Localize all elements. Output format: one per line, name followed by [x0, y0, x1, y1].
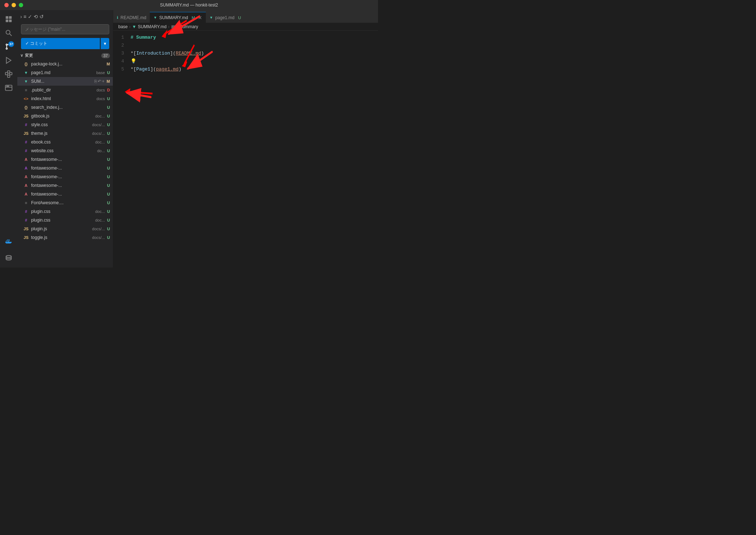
file-status: U — [107, 97, 110, 101]
file-list-item[interactable]: #website.cssdo...U — [17, 146, 113, 155]
svg-point-17 — [8, 86, 9, 87]
file-status: U — [107, 123, 110, 127]
file-list-item[interactable]: ▼SUM...⎘↶+M — [17, 77, 113, 86]
svg-rect-2 — [6, 20, 8, 22]
file-path: do... — [97, 149, 105, 153]
file-path: doc... — [95, 114, 105, 118]
changes-section[interactable]: ∨ 変更 37 — [17, 51, 113, 60]
file-list-item[interactable]: JStoggle.jsdocs/...U — [17, 233, 113, 242]
file-path: doc... — [95, 218, 105, 222]
commit-dropdown-button[interactable]: ▾ — [101, 38, 109, 49]
file-list-item[interactable]: <>index.htmldocsU — [17, 94, 113, 103]
code-line-1: # Summary — [129, 34, 378, 42]
refresh-icon[interactable]: ↺ — [39, 14, 44, 20]
code-area[interactable]: # Summary * [ Introduction ]( README.md … — [129, 34, 378, 265]
file-type-icon: JS — [23, 235, 29, 240]
commit-button-row: ✓ コミット ▾ — [21, 38, 109, 49]
file-list: {}package-lock.j...M▼page1.mdbaseU▼SUM..… — [17, 60, 113, 268]
activity-remote[interactable] — [3, 82, 15, 94]
file-status: U — [107, 149, 110, 153]
file-list-item[interactable]: JStheme.jsdocs/...U — [17, 129, 113, 138]
file-list-item[interactable]: Afontawesome-...U — [17, 155, 113, 164]
activity-docker[interactable] — [3, 236, 15, 248]
list-icon[interactable]: ≡ — [24, 14, 26, 20]
svg-line-5 — [10, 34, 12, 36]
page1-tab-label: page1.md — [215, 15, 234, 20]
chevron-down-icon: ∨ — [20, 53, 24, 58]
source-control-badge: 37 — [8, 41, 14, 47]
activity-source-control[interactable]: 37 — [3, 40, 15, 53]
file-type-icon: {} — [23, 105, 29, 110]
file-list-item[interactable]: Afontawesome-...U — [17, 164, 113, 172]
file-name: plugin.css — [31, 209, 92, 214]
activity-extensions[interactable] — [3, 68, 15, 80]
file-name: package-lock.j... — [31, 61, 105, 67]
file-path: doc... — [95, 140, 105, 144]
file-type-icon: # — [23, 140, 29, 144]
tab-summary[interactable]: ▼ SUMMARY.md M ✕ — [150, 12, 206, 23]
file-list-item[interactable]: #style.cssdocs/...U — [17, 120, 113, 129]
breadcrumb-file[interactable]: ▼SUMMARY.md — [132, 24, 166, 29]
file-name: style.css — [31, 122, 89, 127]
file-list-item[interactable]: Afontawesome-...U — [17, 190, 113, 198]
file-status: U — [107, 114, 110, 118]
commit-message-input[interactable] — [21, 24, 109, 34]
file-list-item[interactable]: ≡FontAwesome....U — [17, 198, 113, 207]
file-type-icon: # — [23, 209, 29, 214]
file-type-icon: A — [23, 175, 29, 179]
svg-point-4 — [6, 30, 10, 34]
activity-run[interactable] — [3, 54, 15, 67]
file-type-icon: A — [23, 166, 29, 170]
line-num-2: 2 — [113, 42, 124, 50]
svg-point-8 — [6, 48, 8, 50]
breadcrumb-base[interactable]: base — [118, 24, 128, 29]
file-type-icon: {} — [23, 62, 29, 66]
file-list-item[interactable]: JSplugin.jsdocs/...U — [17, 224, 113, 233]
file-list-item[interactable]: {}search_index.j...U — [17, 103, 113, 112]
history-icon[interactable]: ⟲ — [34, 14, 38, 20]
file-name: fontawesome-... — [31, 192, 105, 197]
file-name: FontAwesome.... — [31, 200, 105, 205]
activity-explorer[interactable] — [3, 13, 15, 25]
activity-bar: 37 — [0, 10, 17, 268]
lightbulb-icon: 💡 — [131, 57, 136, 65]
breadcrumb-section[interactable]: ▦# Summary — [171, 24, 198, 29]
changes-count: 37 — [101, 53, 110, 58]
file-status: M — [107, 79, 110, 84]
file-path: docs — [97, 88, 105, 92]
commit-button[interactable]: ✓ コミット — [21, 38, 100, 49]
file-name: page1.md — [31, 70, 93, 75]
file-type-icon: # — [23, 218, 29, 222]
activity-search[interactable] — [3, 27, 15, 39]
file-list-item[interactable]: #plugin.cssdoc...U — [17, 216, 113, 224]
file-type-icon: JS — [23, 131, 29, 136]
file-status: U — [107, 218, 110, 222]
svg-rect-13 — [8, 75, 10, 77]
source-control-header: › ≡ ✓ ⟲ ↺ — [17, 10, 113, 23]
code-line-3: * [ Introduction ]( README.md ) — [129, 50, 378, 57]
file-actions: ⎘↶+ — [94, 79, 105, 84]
file-list-item[interactable]: {}package-lock.j...M — [17, 60, 113, 68]
file-type-icon: ▼ — [23, 70, 29, 75]
file-list-item[interactable]: #ebook.cssdoc...U — [17, 138, 113, 146]
file-list-item[interactable]: ▼page1.mdbaseU — [17, 68, 113, 77]
minimize-button[interactable] — [12, 3, 16, 7]
file-list-item[interactable]: JSgitbook.jsdoc...U — [17, 112, 113, 120]
checkmark-icon[interactable]: ✓ — [28, 14, 32, 20]
tab-page1[interactable]: ▼ page1.md U — [206, 12, 245, 23]
file-list-item[interactable]: Afontawesome-...U — [17, 172, 113, 181]
file-path: docs/... — [92, 235, 105, 240]
file-list-item[interactable]: ≡.public_dirdocsD — [17, 86, 113, 94]
file-type-icon: # — [23, 149, 29, 153]
file-list-item[interactable]: #plugin.cssdoc...U — [17, 207, 113, 216]
file-list-item[interactable]: Afontawesome-...U — [17, 181, 113, 190]
close-button[interactable] — [4, 3, 9, 7]
activity-database[interactable] — [3, 252, 15, 265]
file-name: .public_dir — [31, 87, 94, 93]
summary-tab-close[interactable]: ✕ — [198, 15, 202, 21]
file-name: SUM... — [31, 79, 92, 84]
maximize-button[interactable] — [19, 3, 23, 7]
file-name: search_index.j... — [31, 105, 105, 110]
tab-readme[interactable]: ℹ README.md — [113, 12, 150, 23]
sc-header-icons: › ≡ ✓ ⟲ ↺ — [20, 14, 44, 20]
